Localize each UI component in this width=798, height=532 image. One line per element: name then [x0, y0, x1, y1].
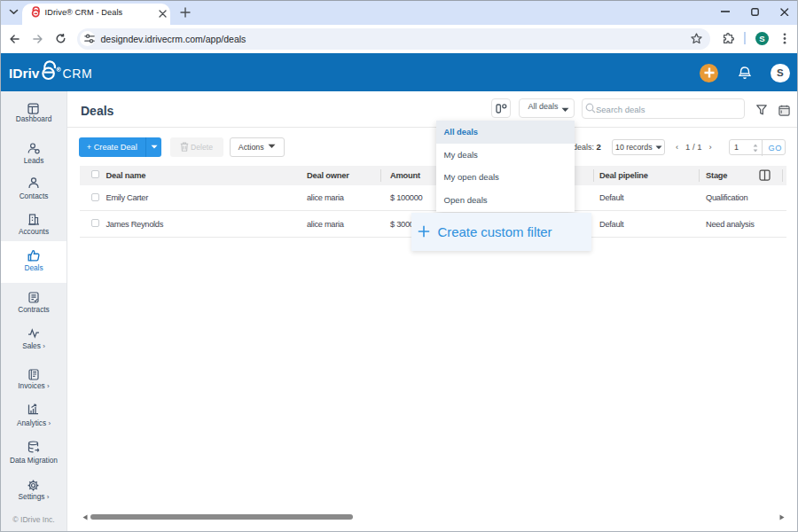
svg-text:CRM: CRM [63, 66, 93, 81]
svg-text:IDriv: IDriv [9, 66, 40, 81]
